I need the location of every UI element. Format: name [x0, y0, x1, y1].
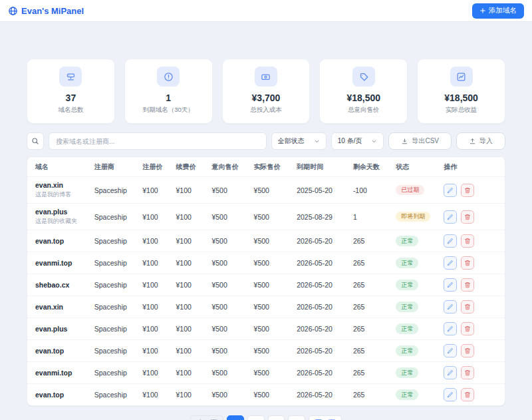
- page-button-4[interactable]: 4: [288, 415, 305, 420]
- status-badge: 即将到期: [396, 212, 430, 222]
- reg-price-cell: ¥100: [138, 204, 172, 230]
- row-actions: [444, 344, 501, 357]
- expiry-cell: 2026-05-20: [293, 296, 349, 318]
- edit-button[interactable]: [444, 234, 457, 248]
- page-button-1[interactable]: 1: [227, 415, 244, 420]
- delete-button[interactable]: [461, 278, 474, 292]
- actual-price-cell: ¥500: [250, 384, 293, 406]
- table-row: shebao.cx Spaceship ¥100 ¥100 ¥500 ¥500 …: [27, 274, 505, 296]
- registrar-cell: Spaceship: [90, 296, 139, 318]
- export-csv-button[interactable]: 导出CSV: [388, 132, 452, 150]
- row-actions: [444, 184, 501, 197]
- download-icon: [401, 138, 408, 145]
- table-row: evanmi.top Spaceship ¥100 ¥100 ¥500 ¥500…: [27, 252, 505, 274]
- trash-icon: [464, 325, 471, 332]
- stat-card-expiring-domains: 1 到期域名（30天）: [124, 59, 213, 124]
- trash-icon: [464, 238, 471, 244]
- delete-button[interactable]: [461, 322, 474, 335]
- edit-button[interactable]: [444, 256, 457, 270]
- status-badge: 正常: [396, 280, 418, 290]
- page-size-select[interactable]: 10 条/页: [331, 132, 384, 150]
- stat-value: 37: [30, 93, 112, 103]
- domain-name: evan.top: [35, 391, 86, 399]
- app-title: Evan's MiPanel: [21, 6, 84, 16]
- pagination: 上一页 1 2 3 4 下一页: [27, 415, 505, 420]
- domains-table-card: 域名 注册商 注册价 续费价 意向售价 实际售价 到期时间 剩余天数 状态 操作…: [27, 156, 505, 406]
- search-input[interactable]: [49, 132, 267, 150]
- expiry-cell: 2026-05-20: [293, 318, 349, 340]
- row-actions: [444, 256, 501, 270]
- col-header-renew-price: 续费价: [172, 157, 208, 177]
- stat-card-total-revenue: ¥18,500 实际总收益: [417, 59, 505, 124]
- alert-circle-icon: [157, 67, 180, 87]
- delete-button[interactable]: [461, 234, 474, 248]
- app-header: Evan's MiPanel 添加域名: [0, 0, 532, 22]
- edit-button[interactable]: [444, 184, 457, 197]
- actual-price-cell: ¥500: [250, 318, 293, 340]
- delete-button[interactable]: [461, 366, 474, 379]
- actual-price-cell: ¥500: [250, 252, 293, 274]
- plus-icon: [479, 7, 486, 14]
- stat-card-total-domains: 37 域名总数: [27, 59, 115, 124]
- days-left-cell: 265: [349, 362, 392, 384]
- edit-button[interactable]: [444, 366, 457, 379]
- search-icon: [27, 132, 44, 150]
- row-actions: [444, 234, 501, 248]
- days-left-cell: 265: [349, 340, 392, 362]
- next-page-button[interactable]: 下一页: [309, 415, 342, 420]
- days-left-cell: 265: [349, 230, 392, 252]
- row-actions: [444, 366, 501, 379]
- actual-price-cell: ¥500: [250, 362, 293, 384]
- renew-price-cell: ¥100: [172, 252, 208, 274]
- trash-icon: [464, 214, 471, 220]
- delete-button[interactable]: [461, 256, 474, 270]
- renew-price-cell: ¥100: [172, 230, 208, 252]
- edit-button[interactable]: [444, 278, 457, 292]
- table-body: evan.xin 这是我的博客 Spaceship ¥100 ¥100 ¥500…: [27, 177, 505, 406]
- status-badge: 正常: [396, 345, 418, 356]
- expiry-cell: 2026-05-20: [293, 362, 349, 384]
- delete-button[interactable]: [461, 388, 474, 401]
- expiry-cell: 2026-05-20: [293, 252, 349, 274]
- edit-button[interactable]: [444, 300, 457, 314]
- registrar-cell: Spaceship: [90, 230, 139, 252]
- reg-price-cell: ¥100: [138, 252, 172, 274]
- delete-button[interactable]: [461, 210, 474, 224]
- col-header-status: 状态: [392, 157, 440, 177]
- pencil-icon: [447, 187, 454, 194]
- pencil-icon: [447, 238, 454, 244]
- page-size-value: 10 条/页: [338, 136, 362, 146]
- upload-icon: [469, 138, 476, 145]
- renew-price-cell: ¥100: [172, 384, 208, 406]
- import-button[interactable]: 导入: [456, 132, 505, 150]
- actual-price-cell: ¥500: [250, 274, 293, 296]
- edit-button[interactable]: [444, 322, 457, 335]
- edit-button[interactable]: [444, 210, 457, 224]
- stat-label: 总意向售价: [323, 106, 404, 114]
- chart-line-icon: [450, 67, 473, 87]
- table-header-row: 域名 注册商 注册价 续费价 意向售价 实际售价 到期时间 剩余天数 状态 操作: [27, 157, 505, 177]
- page-button-3[interactable]: 3: [268, 415, 285, 420]
- reg-price-cell: ¥100: [138, 230, 172, 252]
- delete-button[interactable]: [461, 300, 474, 314]
- domain-name: evanmi.top: [35, 259, 86, 267]
- prev-page-button[interactable]: 上一页: [190, 415, 223, 420]
- intent-price-cell: ¥500: [207, 274, 249, 296]
- table-row: evan.xin Spaceship ¥100 ¥100 ¥500 ¥500 2…: [27, 296, 505, 318]
- expiry-cell: 2026-05-20: [293, 274, 349, 296]
- page-button-2[interactable]: 2: [247, 415, 265, 420]
- pencil-icon: [447, 325, 454, 332]
- edit-button[interactable]: [444, 344, 457, 357]
- col-header-actions: 操作: [440, 157, 505, 177]
- domain-name: evan.xin: [35, 303, 86, 311]
- intent-price-cell: ¥500: [207, 204, 249, 230]
- edit-button[interactable]: [444, 388, 457, 401]
- registrar-cell: Spaceship: [90, 274, 139, 296]
- actual-price-cell: ¥500: [250, 204, 293, 230]
- delete-button[interactable]: [461, 344, 474, 357]
- add-domain-button[interactable]: 添加域名: [472, 3, 524, 19]
- expiry-cell: 2025-05-20: [293, 177, 349, 204]
- status-filter-select[interactable]: 全部状态: [271, 132, 327, 150]
- row-actions: [444, 278, 501, 292]
- delete-button[interactable]: [461, 184, 474, 197]
